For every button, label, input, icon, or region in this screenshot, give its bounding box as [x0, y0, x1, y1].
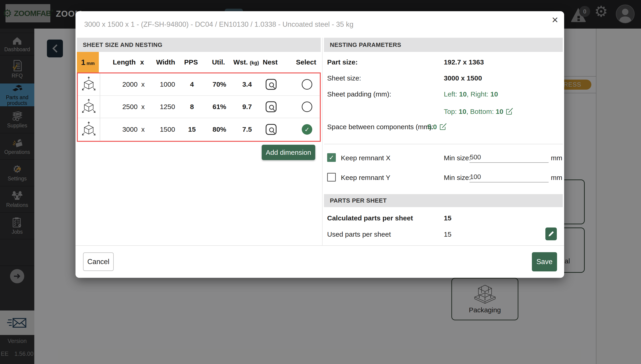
- cancel-button[interactable]: Cancel: [83, 252, 114, 271]
- min-size-x-label: Min size:: [444, 154, 471, 162]
- pps-section-header: PARTS PER SHEET: [324, 194, 563, 207]
- keep-remnant-x-checkbox[interactable]: ✓: [327, 153, 336, 162]
- col-header-width: Width: [156, 58, 175, 66]
- min-size-y-unit: mm: [551, 174, 562, 182]
- select-radio[interactable]: [302, 79, 312, 90]
- keep-remnant-x-label: Keep remnant X: [341, 154, 390, 162]
- space-between-label: Space between components (mm):: [327, 123, 433, 131]
- col-header-x: x: [140, 58, 144, 66]
- close-button[interactable]: ×: [552, 14, 558, 26]
- edit-padding-icon[interactable]: [506, 108, 513, 116]
- used-pps-value: 15: [444, 230, 451, 238]
- cell-pps: 4: [190, 80, 194, 88]
- min-size-x-unit: mm: [551, 154, 562, 162]
- save-button[interactable]: Save: [532, 252, 557, 272]
- sheet-padding-label: Sheet padding (mm):: [327, 90, 391, 98]
- table-row: 3000 x 1500 15 80% 7.5 ✓: [78, 118, 320, 140]
- cell-width: 1500: [160, 126, 175, 133]
- nest-preview-button[interactable]: [265, 123, 277, 136]
- part-size-value: 192.7 x 1363: [444, 58, 484, 66]
- calculated-pps-value: 15: [444, 214, 451, 222]
- pencil-icon: [548, 231, 554, 237]
- sheet-padding-lr-value: Left: 10, Right: 10: [444, 90, 498, 98]
- cell-length: 2000: [122, 80, 138, 88]
- table-row: 2000 x 1000 4 70% 3.4: [78, 74, 320, 96]
- thickness-value: 1: [81, 58, 85, 67]
- col-header-util: Util.: [212, 58, 225, 66]
- app-root: ⚙ ZOOMFAB® ZOOM 0 ⚙ Dashboard: [0, 0, 641, 364]
- cell-x: x: [141, 103, 145, 111]
- dimension-cube-icon: [78, 118, 100, 140]
- thickness-badge: 1 mm: [77, 52, 99, 72]
- part-size-label: Part size:: [327, 58, 358, 66]
- add-dimension-button[interactable]: Add dimension: [262, 145, 315, 160]
- column-divider: [322, 38, 323, 245]
- used-pps-label: Used parts per sheet: [327, 230, 391, 238]
- cell-util: 61%: [213, 103, 226, 111]
- cell-length: 2500: [122, 103, 138, 111]
- col-header-length: Length: [113, 58, 136, 66]
- space-between-value: 5.0: [427, 123, 447, 132]
- nesting-section-header: NESTING PARAMETERS: [324, 38, 563, 52]
- table-row: 2500 x 1250 8 61% 9.7: [78, 96, 320, 118]
- sheet-section-title: SHEET SIZE AND NESTING: [83, 42, 162, 48]
- cell-wst: 7.5: [242, 126, 252, 133]
- cell-pps: 8: [190, 103, 194, 111]
- cell-length: 3000: [122, 126, 138, 133]
- cell-wst: 9.7: [242, 103, 252, 111]
- nesting-section-title: NESTING PARAMETERS: [330, 42, 401, 48]
- thickness-unit: mm: [87, 61, 95, 66]
- cell-wst: 3.4: [242, 80, 252, 88]
- calculated-pps-label: Calculated parts per sheet: [327, 214, 413, 222]
- select-radio[interactable]: [302, 102, 312, 112]
- sheet-size-value: 3000 x 1500: [444, 74, 482, 82]
- sheet-size-label: Sheet size:: [327, 74, 361, 82]
- dialog-title: 3000 x 1500 x 1 - (ZF-SH-94800) - DC04 /…: [84, 20, 353, 28]
- footer-divider: [76, 245, 564, 246]
- cell-width: 1250: [160, 103, 175, 111]
- nest-preview-button[interactable]: [265, 100, 277, 113]
- cell-width: 1000: [160, 80, 175, 88]
- pps-section-title: PARTS PER SHEET: [330, 197, 387, 204]
- sheet-size-table-highlight: 2000 x 1000 4 70% 3.4 2500 x: [77, 72, 321, 142]
- min-size-y-input[interactable]: [469, 173, 548, 182]
- select-radio-checked[interactable]: ✓: [302, 124, 312, 135]
- col-header-pps: PPS: [184, 58, 198, 66]
- min-size-x-input[interactable]: [469, 154, 548, 163]
- col-header-nest: Nest: [263, 58, 278, 66]
- cell-util: 70%: [213, 80, 226, 88]
- sheet-nesting-dialog: 3000 x 1500 x 1 - (ZF-SH-94800) - DC04 /…: [76, 11, 564, 278]
- col-header-wst: Wst. (kg): [233, 58, 259, 66]
- min-size-y-label: Min size:: [444, 174, 471, 182]
- cell-x: x: [141, 80, 145, 88]
- dimension-cube-icon: [78, 74, 100, 95]
- cell-x: x: [141, 126, 145, 133]
- edit-space-icon[interactable]: [440, 123, 447, 132]
- sheet-section-header: SHEET SIZE AND NESTING: [77, 38, 321, 52]
- edit-used-pps-button[interactable]: [545, 228, 557, 240]
- keep-remnant-y-checkbox[interactable]: [327, 173, 336, 182]
- cell-pps: 15: [188, 126, 196, 133]
- nest-preview-button[interactable]: [265, 78, 277, 90]
- col-header-select: Select: [296, 58, 316, 66]
- sheet-padding-tb-value: Top: 10, Bottom: 10: [444, 108, 513, 116]
- keep-remnant-y-label: Keep remnant Y: [341, 174, 390, 182]
- section-divider: [324, 144, 563, 144]
- cell-util: 80%: [213, 126, 226, 133]
- dimension-cube-icon: [78, 96, 100, 118]
